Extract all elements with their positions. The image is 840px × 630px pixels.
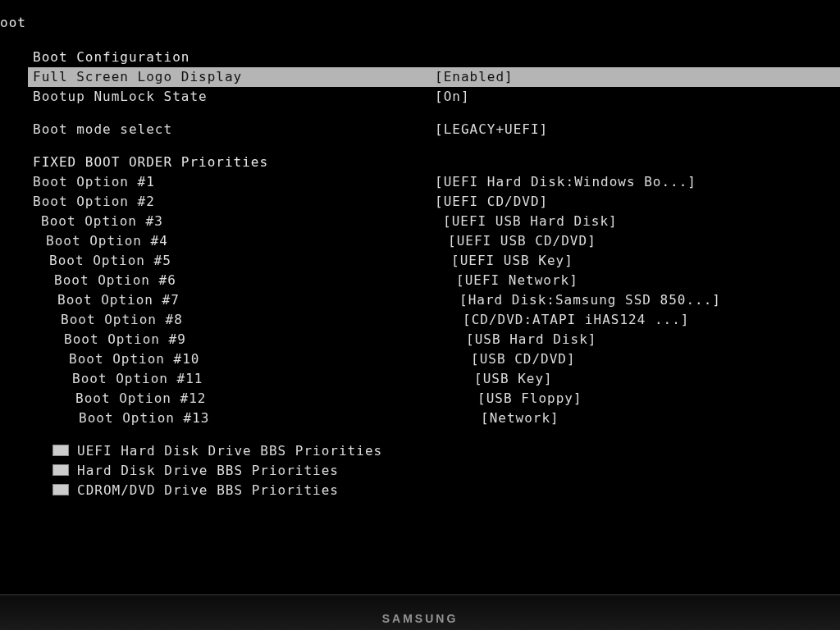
monitor-brand-label: SAMSUNG — [382, 612, 459, 625]
setting-full-screen-logo[interactable]: Full Screen Logo Display [Enabled] — [28, 67, 840, 87]
setting-label: Full Screen Logo Display — [33, 67, 435, 87]
boot-option-label: Boot Option #2 — [33, 192, 435, 212]
boot-option-5[interactable]: Boot Option #5 [UEFI USB Key] — [33, 251, 840, 271]
boot-option-13[interactable]: Boot Option #13 [Network] — [33, 409, 840, 428]
drive-icon — [52, 484, 69, 495]
section-boot-configuration: Boot Configuration — [33, 48, 840, 67]
boot-option-value: [UEFI USB CD/DVD] — [448, 231, 596, 251]
spacer — [33, 139, 840, 153]
boot-option-value: [USB CD/DVD] — [471, 349, 576, 369]
boot-option-label: Boot Option #11 — [33, 369, 474, 389]
boot-option-value: [USB Hard Disk] — [466, 330, 597, 349]
boot-option-12[interactable]: Boot Option #12 [USB Floppy] — [33, 389, 840, 409]
spacer — [33, 428, 840, 441]
boot-option-value: [CD/DVD:ATAPI iHAS124 ...] — [463, 310, 689, 330]
bbs-hard-disk[interactable]: Hard Disk Drive BBS Priorities — [33, 461, 840, 481]
setting-boot-mode[interactable]: Boot mode select [LEGACY+UEFI] — [33, 120, 840, 139]
boot-option-value: [UEFI Hard Disk:Windows Bo...] — [435, 172, 696, 192]
boot-option-value: [UEFI USB Hard Disk] — [443, 212, 618, 231]
boot-option-label: Boot Option #6 — [33, 271, 456, 290]
setting-value: [On] — [435, 87, 470, 107]
boot-option-label: Boot Option #13 — [33, 409, 481, 428]
boot-option-9[interactable]: Boot Option #9 [USB Hard Disk] — [33, 330, 840, 349]
bbs-label: CDROM/DVD Drive BBS Priorities — [77, 481, 339, 500]
boot-option-value: [USB Floppy] — [477, 389, 582, 409]
boot-option-label: Boot Option #4 — [33, 231, 448, 251]
setting-value: [Enabled] — [435, 67, 514, 87]
boot-option-10[interactable]: Boot Option #10 [USB CD/DVD] — [33, 349, 840, 369]
boot-option-label: Boot Option #8 — [33, 310, 463, 330]
boot-option-7[interactable]: Boot Option #7 [Hard Disk:Samsung SSD 85… — [33, 290, 840, 310]
setting-value: [LEGACY+UEFI] — [435, 120, 548, 139]
boot-option-label: Boot Option #12 — [33, 389, 477, 409]
bios-content: Boot Configuration Full Screen Logo Disp… — [33, 48, 840, 500]
monitor-bezel: SAMSUNG — [0, 594, 840, 630]
spacer — [33, 107, 840, 120]
bbs-label: Hard Disk Drive BBS Priorities — [77, 461, 339, 481]
bbs-uefi-hard-disk[interactable]: UEFI Hard Disk Drive BBS Priorities — [33, 441, 840, 461]
boot-option-value: [Hard Disk:Samsung SSD 850...] — [459, 290, 721, 310]
boot-option-label: Boot Option #1 — [33, 172, 435, 192]
bios-screen: oot Boot Configuration Full Screen Logo … — [0, 7, 840, 597]
boot-option-value: [USB Key] — [474, 369, 553, 389]
boot-option-label: Boot Option #3 — [33, 212, 443, 231]
boot-option-11[interactable]: Boot Option #11 [USB Key] — [33, 369, 840, 389]
setting-label: Bootup NumLock State — [33, 87, 435, 107]
boot-option-6[interactable]: Boot Option #6 [UEFI Network] — [33, 271, 840, 290]
boot-option-value: [UEFI USB Key] — [451, 251, 573, 271]
boot-option-value: [Network] — [481, 409, 559, 428]
boot-option-label: Boot Option #7 — [33, 290, 459, 310]
section-fixed-boot-order: FIXED BOOT ORDER Priorities — [33, 153, 840, 172]
drive-icon — [52, 464, 69, 476]
setting-numlock-state[interactable]: Bootup NumLock State [On] — [33, 87, 840, 107]
boot-option-8[interactable]: Boot Option #8 [CD/DVD:ATAPI iHAS124 ...… — [33, 310, 840, 330]
boot-option-value: [UEFI CD/DVD] — [435, 192, 548, 212]
bbs-cdrom-dvd[interactable]: CDROM/DVD Drive BBS Priorities — [33, 481, 840, 500]
drive-icon — [52, 445, 69, 456]
bbs-label: UEFI Hard Disk Drive BBS Priorities — [77, 441, 382, 461]
boot-option-label: Boot Option #10 — [33, 349, 471, 369]
boot-option-value: [UEFI Network] — [456, 271, 578, 290]
boot-option-1[interactable]: Boot Option #1 [UEFI Hard Disk:Windows B… — [33, 172, 840, 192]
setting-label: Boot mode select — [33, 120, 435, 139]
boot-option-2[interactable]: Boot Option #2 [UEFI CD/DVD] — [33, 192, 840, 212]
boot-option-label: Boot Option #9 — [33, 330, 466, 349]
boot-option-label: Boot Option #5 — [33, 251, 451, 271]
boot-option-3[interactable]: Boot Option #3 [UEFI USB Hard Disk] — [33, 212, 840, 231]
boot-option-4[interactable]: Boot Option #4 [UEFI USB CD/DVD] — [33, 231, 840, 251]
active-tab-label: oot — [0, 13, 840, 33]
